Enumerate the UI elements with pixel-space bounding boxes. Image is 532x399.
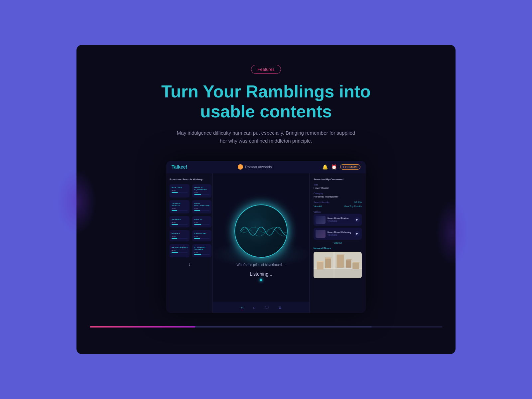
right-panel: Searched By Command Title Hover Board Ca… [309, 173, 366, 313]
view-all-link[interactable]: View All [314, 205, 322, 207]
right-category-value: Personal Transporter [314, 195, 362, 198]
progress-blue [196, 326, 372, 328]
orb-container [234, 204, 288, 258]
svg-rect-11 [346, 260, 351, 268]
video-info-2: Hover Board Unboxing YOUTUBE [328, 231, 352, 236]
history-item[interactable]: RESTAURANTS 40% [170, 244, 190, 257]
video-play-2[interactable]: ▶ [354, 231, 360, 236]
nearest-image [314, 252, 362, 278]
svg-marker-10 [337, 254, 345, 255]
search-results-pct: 92.8% [354, 201, 362, 204]
history-grid: WEATHER 40% MEDICAL EQUIPMENT 45% TRAFFI… [170, 184, 209, 257]
svg-marker-8 [325, 257, 332, 258]
right-title-label: Title [314, 184, 362, 186]
video-thumb-1 [316, 216, 326, 224]
listening-text: Listening... [250, 271, 272, 277]
svg-rect-13 [352, 263, 359, 269]
video-source-2: YOUTUBE [328, 234, 352, 236]
svg-rect-15 [314, 269, 362, 278]
video-info-1: Hover Board Review YOUTUBE [328, 217, 352, 222]
user-name: Roman Atwoods [245, 165, 272, 169]
video-title-2: Hover Board Unboxing [328, 231, 352, 233]
app-logo: Talkee! [172, 164, 187, 170]
app-header: Talkee! Roman Atwoods 🔔 ⏰ PREMIUM [166, 161, 366, 173]
history-item[interactable]: MOVIES 35% [170, 230, 190, 241]
panel-arrow[interactable]: ↓ [170, 261, 209, 267]
history-item[interactable]: FAULTS 45% [192, 216, 211, 227]
user-avatar [238, 164, 243, 170]
subtitle: May indulgence difficulty ham can put es… [176, 129, 356, 145]
bell-icon[interactable]: 🔔 [322, 164, 328, 170]
right-category-label: Category [314, 192, 362, 195]
videos-section: Videos Hover Board Review YOUTUBE ▶ [314, 211, 362, 244]
app-mockup: Talkee! Roman Atwoods 🔔 ⏰ PREMIUM Previo… [166, 161, 366, 313]
nav-heart[interactable]: ♡ [265, 305, 269, 310]
bottom-nav: ⌂ ○ ♡ ≡ [213, 302, 309, 313]
history-item[interactable]: ALARMS 40% [170, 216, 190, 227]
premium-badge: PREMIUM [340, 164, 360, 170]
view-row: View All View Top Results [314, 205, 362, 207]
svg-marker-14 [352, 262, 360, 263]
history-item[interactable]: PATH RECOGNITION 45% [192, 200, 211, 213]
search-results-row: Search Results 92.8% [314, 201, 362, 204]
page-container: Features Turn Your Ramblings into usable… [76, 45, 456, 354]
progress-pink [90, 326, 196, 328]
view-all-videos[interactable]: View All [314, 242, 362, 244]
right-section-title: Searched By Command [314, 178, 362, 181]
nav-home[interactable]: ⌂ [241, 305, 243, 310]
nearest-stores-title: Nearest Stores [314, 247, 362, 250]
video-item-1[interactable]: Hover Board Review YOUTUBE ▶ [314, 214, 362, 226]
settings-icon[interactable]: ⏰ [331, 164, 337, 170]
video-title-1: Hover Board Review [328, 217, 352, 219]
features-badge: Features [251, 65, 281, 74]
bottom-progress [90, 326, 442, 328]
nav-search[interactable]: ○ [253, 305, 255, 310]
svg-marker-5 [317, 261, 324, 262]
video-play-1[interactable]: ▶ [354, 217, 360, 222]
voice-orb [234, 204, 288, 258]
app-body: Previous Search History WEATHER 40% MEDI… [166, 173, 366, 313]
nav-menu[interactable]: ≡ [279, 305, 281, 310]
videos-label: Videos [314, 211, 362, 213]
video-thumb-2 [316, 230, 326, 238]
mic-indicator[interactable] [260, 279, 262, 281]
svg-rect-3 [317, 262, 324, 270]
history-item[interactable]: CLOTHING STORES 45% [192, 244, 211, 257]
app-user: Roman Atwoods [238, 164, 272, 170]
video-item-2[interactable]: Hover Board Unboxing YOUTUBE ▶ [314, 228, 362, 240]
app-header-right: 🔔 ⏰ PREMIUM [322, 164, 360, 170]
history-item[interactable]: TRAFFIC VIDEOS 35% [170, 200, 190, 213]
headline: Turn Your Ramblings into usable contents [161, 82, 371, 122]
right-title-value: Hover Board [314, 187, 362, 190]
video-source-1: YOUTUBE [328, 220, 352, 222]
left-panel: Previous Search History WEATHER 40% MEDI… [166, 173, 213, 313]
svg-rect-9 [337, 255, 344, 268]
svg-marker-12 [346, 259, 352, 260]
center-panel: What's the price of hoverboard ... Liste… [213, 173, 309, 313]
history-item[interactable]: CARTOONS 45% [192, 230, 211, 241]
search-results-label: Search Results [314, 201, 329, 203]
left-panel-title: Previous Search History [170, 178, 209, 181]
history-item[interactable]: MEDICAL EQUIPMENT 45% [192, 184, 211, 198]
svg-rect-6 [325, 258, 331, 268]
history-item[interactable]: WEATHER 40% [170, 184, 190, 198]
view-top-link[interactable]: View Top Results [344, 205, 362, 207]
